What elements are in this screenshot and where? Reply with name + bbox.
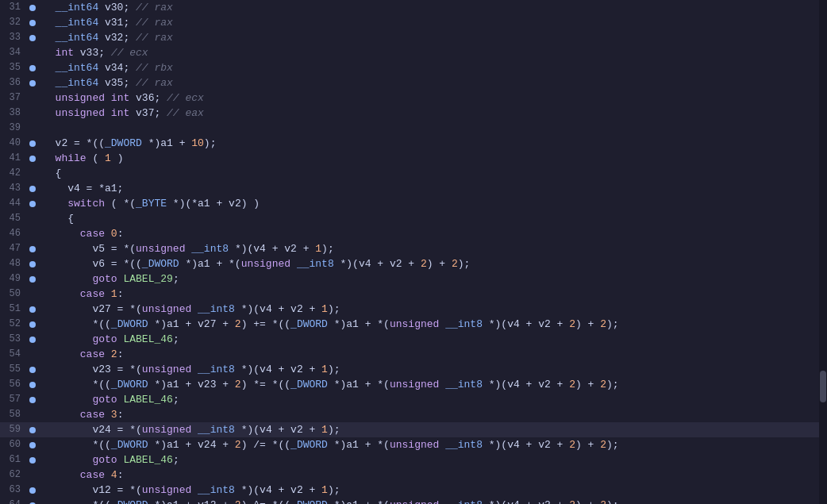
breakpoint-area[interactable] [25, 487, 40, 494]
breakpoint-area[interactable] [25, 80, 40, 87]
code-line: 59 v24 = *(unsigned __int8 *)(v4 + v2 + … [0, 422, 827, 437]
code-line: 40 v2 = *((_DWORD *)a1 + 10); [0, 136, 827, 151]
breakpoint-dot [29, 35, 36, 41]
code-line: 32 __int64 v31; // rax [0, 15, 827, 30]
line-number: 34 [0, 45, 25, 60]
line-number: 53 [0, 332, 25, 347]
line-number: 60 [0, 437, 25, 452]
line-number: 56 [0, 377, 25, 392]
breakpoint-area[interactable] [25, 261, 40, 267]
scrollbar[interactable] [819, 0, 827, 504]
code-text: goto LABEL_46; [40, 392, 827, 407]
code-text: case 0: [40, 226, 827, 241]
code-text: case 1: [40, 287, 827, 302]
breakpoint-dot [29, 186, 36, 192]
line-number: 55 [0, 362, 25, 377]
breakpoint-area[interactable] [25, 246, 40, 252]
breakpoint-area[interactable] [25, 20, 40, 26]
code-line: 44 switch ( *(_BYTE *)(*a1 + v2) ) [0, 196, 827, 211]
line-number: 41 [0, 151, 25, 166]
line-number: 48 [0, 256, 25, 271]
code-text: unsigned int v37; // eax [40, 106, 827, 121]
code-line: 61 goto LABEL_46; [0, 452, 827, 467]
line-number: 62 [0, 467, 25, 483]
line-number: 44 [0, 196, 25, 211]
breakpoint-area[interactable] [25, 427, 40, 433]
code-line: 52 *((_DWORD *)a1 + v27 + 2) += *((_DWOR… [0, 317, 827, 332]
code-line: 63 v12 = *(unsigned __int8 *)(v4 + v2 + … [0, 483, 827, 498]
code-text: __int64 v34; // rbx [40, 60, 827, 75]
code-line: 45 { [0, 211, 827, 226]
breakpoint-dot [29, 80, 36, 87]
code-line: 51 v27 = *(unsigned __int8 *)(v4 + v2 + … [0, 302, 827, 317]
code-line: 39 [0, 121, 827, 136]
code-text: v24 = *(unsigned __int8 *)(v4 + v2 + 1); [40, 422, 827, 437]
breakpoint-area[interactable] [25, 65, 40, 71]
code-line: 56 *((_DWORD *)a1 + v23 + 2) *= *((_DWOR… [0, 377, 827, 392]
line-number: 35 [0, 60, 25, 75]
line-number: 40 [0, 136, 25, 151]
code-text: switch ( *(_BYTE *)(*a1 + v2) ) [40, 196, 827, 211]
line-number: 37 [0, 90, 25, 106]
breakpoint-dot [29, 65, 36, 71]
line-number: 54 [0, 347, 25, 362]
code-text: *((_DWORD *)a1 + v24 + 2) /= *((_DWORD *… [40, 437, 827, 452]
line-number: 33 [0, 30, 25, 45]
breakpoint-area[interactable] [25, 321, 40, 328]
breakpoint-area[interactable] [25, 276, 40, 283]
code-text: v12 = *(unsigned __int8 *)(v4 + v2 + 1); [40, 483, 827, 498]
code-text: *((_DWORD *)a1 + v27 + 2) += *((_DWORD *… [40, 317, 827, 332]
code-text: v5 = *(unsigned __int8 *)(v4 + v2 + 1); [40, 241, 827, 256]
breakpoint-dot [29, 457, 36, 464]
breakpoint-area[interactable] [25, 367, 40, 373]
breakpoint-area[interactable] [25, 5, 40, 11]
breakpoint-dot [29, 5, 36, 11]
code-lines: 31 __int64 v30; // rax32 __int64 v31; //… [0, 0, 827, 504]
code-line: 46 case 0: [0, 226, 827, 241]
code-text: v2 = *((_DWORD *)a1 + 10); [40, 136, 827, 151]
line-number: 47 [0, 241, 25, 256]
breakpoint-dot [29, 487, 36, 494]
code-text: v4 = *a1; [40, 181, 827, 196]
breakpoint-area[interactable] [25, 201, 40, 207]
breakpoint-area[interactable] [25, 397, 40, 403]
code-line: 53 goto LABEL_46; [0, 332, 827, 347]
code-line: 38 unsigned int v37; // eax [0, 106, 827, 121]
breakpoint-area[interactable] [25, 186, 40, 192]
breakpoint-dot [29, 276, 36, 283]
breakpoint-area[interactable] [25, 35, 40, 41]
line-number: 46 [0, 226, 25, 241]
line-number: 32 [0, 15, 25, 30]
breakpoint-area[interactable] [25, 442, 40, 448]
breakpoint-dot [29, 140, 36, 147]
code-line: 35 __int64 v34; // rbx [0, 60, 827, 75]
breakpoint-dot [29, 156, 36, 162]
line-number: 61 [0, 452, 25, 467]
breakpoint-area[interactable] [25, 156, 40, 162]
code-line: 48 v6 = *((_DWORD *)a1 + *(unsigned __in… [0, 256, 827, 271]
code-line: 31 __int64 v30; // rax [0, 0, 827, 15]
code-line: 42 { [0, 166, 827, 181]
code-text [40, 121, 827, 136]
scrollbar-thumb[interactable] [820, 371, 826, 402]
line-number: 51 [0, 302, 25, 317]
code-text: v23 = *(unsigned __int8 *)(v4 + v2 + 1); [40, 362, 827, 377]
code-text: *((_DWORD *)a1 + v23 + 2) *= *((_DWORD *… [40, 377, 827, 392]
breakpoint-area[interactable] [25, 140, 40, 147]
code-text: v27 = *(unsigned __int8 *)(v4 + v2 + 1); [40, 302, 827, 317]
line-number: 31 [0, 0, 25, 15]
breakpoint-dot [29, 246, 36, 252]
breakpoint-area[interactable] [25, 382, 40, 388]
breakpoint-dot [29, 367, 36, 373]
line-number: 59 [0, 422, 25, 437]
code-line: 37 unsigned int v36; // ecx [0, 90, 827, 106]
code-line: 33 __int64 v32; // rax [0, 30, 827, 45]
breakpoint-area[interactable] [25, 306, 40, 313]
code-line: 50 case 1: [0, 287, 827, 302]
code-line: 62 case 4: [0, 467, 827, 483]
breakpoint-area[interactable] [25, 337, 40, 343]
code-line: 54 case 2: [0, 347, 827, 362]
code-editor: 31 __int64 v30; // rax32 __int64 v31; //… [0, 0, 827, 504]
code-line: 60 *((_DWORD *)a1 + v24 + 2) /= *((_DWOR… [0, 437, 827, 452]
breakpoint-area[interactable] [25, 457, 40, 464]
